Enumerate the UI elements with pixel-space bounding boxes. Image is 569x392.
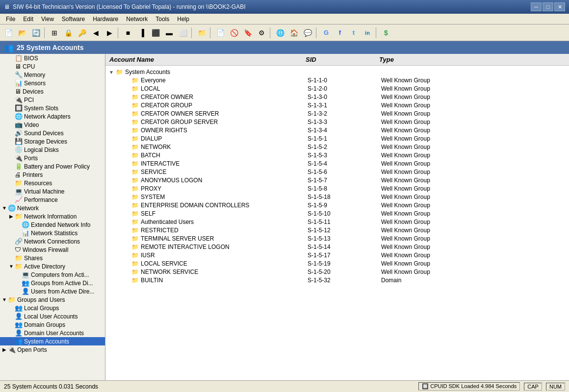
toolbar-arrow-left[interactable]: ◀ — [89, 26, 102, 39]
menu-item-tools[interactable]: Tools — [152, 15, 173, 24]
sidebar-item-groups-from-active[interactable]: 👥 Groups from Active Di... — [0, 279, 105, 287]
sidebar-item-domain-groups[interactable]: 👥 Domain Groups — [0, 320, 105, 329]
account-row[interactable]: 📁 PROXY S-1-5-8 Well Known Group — [107, 185, 567, 193]
account-sid-12: S-1-5-7 — [308, 177, 381, 184]
sidebar-item-bios[interactable]: 📋 BIOS — [0, 54, 105, 62]
sidebar-item-memory[interactable]: 🔧 Memory — [0, 71, 105, 79]
toolbar-c3[interactable]: 🔖 — [241, 26, 254, 39]
sidebar-item-system-accounts[interactable]: 👥 System Accounts — [0, 337, 105, 345]
sidebar-item-performance[interactable]: 📈 Performance — [0, 196, 105, 204]
account-row[interactable]: 📁 SERVICE S-1-5-6 Well Known Group — [107, 168, 567, 176]
account-row[interactable]: 📁 LOCAL S-1-2-0 Well Known Group — [107, 85, 567, 93]
account-row[interactable]: 📁 DIALUP S-1-5-1 Well Known Group — [107, 135, 567, 143]
sidebar-item-sensors[interactable]: 📊 Sensors — [0, 79, 105, 87]
sidebar-item-network[interactable]: ▼ 🌐 Network — [0, 204, 105, 212]
account-row[interactable]: 📁 CREATOR OWNER S-1-3-0 Well Known Group — [107, 93, 567, 101]
content-root-node[interactable]: ▼ 📁 System Accounts — [107, 68, 567, 76]
toolbar-open[interactable]: 📂 — [16, 26, 28, 39]
toolbar-f[interactable]: f — [334, 26, 346, 39]
account-row[interactable]: 📁 ENTERPRISE DOMAIN CONTROLLERS S-1-5-9 … — [107, 201, 567, 209]
account-row[interactable]: 📁 RESTRICTED S-1-5-12 Well Known Group — [107, 226, 567, 234]
account-row[interactable]: 📁 CREATOR GROUP SERVER S-1-3-3 Well Know… — [107, 118, 567, 126]
toolbar-d2[interactable]: 🏠 — [287, 26, 300, 39]
toolbar-in[interactable]: in — [361, 26, 374, 39]
toolbar-b3[interactable]: ⬛ — [149, 26, 162, 39]
sidebar-item-cpu[interactable]: 🖥 CPU — [0, 62, 105, 71]
sidebar-item-active-directory[interactable]: ▼ 📁 Active Directory — [0, 262, 105, 270]
toolbar-lock[interactable]: 🔒 — [62, 26, 75, 39]
toolbar-d3[interactable]: 💬 — [301, 26, 314, 39]
toolbar-c1[interactable]: 📄 — [214, 26, 227, 39]
sidebar-item-battery[interactable]: 🔋 Battery and Power Policy — [0, 162, 105, 171]
account-row[interactable]: 📁 Everyone S-1-1-0 Well Known Group — [107, 76, 567, 84]
account-row[interactable]: 📁 NETWORK SERVICE S-1-5-20 Well Known Gr… — [107, 268, 567, 276]
sidebar-item-virtual-machine[interactable]: 💻 Virtual Machine — [0, 187, 105, 196]
sidebar-item-printers[interactable]: 🖨 Printers — [0, 171, 105, 179]
toolbar-b5[interactable]: ⬜ — [177, 26, 189, 39]
account-row[interactable]: 📁 LOCAL SERVICE S-1-5-19 Well Known Grou… — [107, 260, 567, 268]
account-row[interactable]: 📁 IUSR S-1-5-17 Well Known Group — [107, 251, 567, 259]
account-row[interactable]: 📁 SELF S-1-5-10 Well Known Group — [107, 210, 567, 218]
sidebar-item-domain-user-accounts[interactable]: 👤 Domain User Accounts — [0, 329, 105, 337]
menu-item-help[interactable]: Help — [173, 15, 193, 24]
sidebar-item-sound-devices[interactable]: 🔊 Sound Devices — [0, 129, 105, 137]
toolbar-d1[interactable]: 🌐 — [274, 26, 286, 39]
sidebar-item-network-adapters[interactable]: 🌐 Network Adapters — [0, 112, 105, 121]
toolbar-c2[interactable]: 🚫 — [228, 26, 240, 39]
sidebar-item-network-statistics[interactable]: 📊 Network Statistics — [0, 229, 105, 237]
minimize-button[interactable]: ─ — [531, 2, 542, 11]
toolbar-b2[interactable]: ▐ — [135, 26, 148, 39]
sidebar-item-resources[interactable]: 📁 Resources — [0, 179, 105, 187]
toolbar-dollar[interactable]: $ — [380, 26, 392, 39]
toolbar-arrow-right[interactable]: ▶ — [103, 26, 116, 39]
account-row[interactable]: 📁 Authenticated Users S-1-5-11 Well Know… — [107, 218, 567, 226]
menu-item-software[interactable]: Software — [58, 15, 89, 24]
sidebar-item-network-connections[interactable]: 🔗 Network Connections — [0, 237, 105, 245]
toolbar-t[interactable]: t — [347, 26, 360, 39]
menu-item-view[interactable]: View — [37, 15, 58, 24]
account-row[interactable]: 📁 OWNER RIGHTS S-1-3-4 Well Known Group — [107, 126, 567, 134]
account-row[interactable]: 📁 ANONYMOUS LOGON S-1-5-7 Well Known Gro… — [107, 176, 567, 184]
sidebar-item-windows-firewall[interactable]: 🛡 Windows Firewall — [0, 245, 105, 254]
sidebar-item-storage-devices[interactable]: 💾 Storage Devices — [0, 137, 105, 146]
sidebar-item-open-ports[interactable]: ▶ 🔌 Open Ports — [0, 345, 105, 354]
menu-item-file[interactable]: File — [2, 15, 19, 24]
account-row[interactable]: 📁 BUILTIN S-1-5-32 Domain — [107, 276, 567, 284]
maximize-button[interactable]: □ — [543, 2, 553, 11]
sidebar-item-shares[interactable]: 📁 Shares — [0, 254, 105, 262]
menu-item-network[interactable]: Network — [122, 15, 152, 24]
toolbar-grid[interactable]: ⊞ — [48, 26, 61, 39]
toolbar-refresh[interactable]: 🔄 — [29, 26, 42, 39]
sidebar-item-network-information[interactable]: ▶ 📁 Network Information — [0, 212, 105, 220]
toolbar-folder[interactable]: 📁 — [195, 26, 208, 39]
sidebar-item-logical-disks[interactable]: 💿 Logical Disks — [0, 146, 105, 154]
toolbar-new[interactable]: 📄 — [2, 26, 15, 39]
account-row[interactable]: 📁 INTERACTIVE S-1-5-4 Well Known Group — [107, 160, 567, 168]
account-row[interactable]: 📁 BATCH S-1-5-3 Well Known Group — [107, 151, 567, 159]
account-row[interactable]: 📁 SYSTEM S-1-5-18 Well Known Group — [107, 193, 567, 201]
toolbar-g[interactable]: G — [320, 26, 333, 39]
sidebar-item-users-from-active[interactable]: 👤 Users from Active Dire... — [0, 287, 105, 295]
toolbar-b1[interactable]: ■ — [122, 26, 134, 39]
account-row[interactable]: 📁 REMOTE INTERACTIVE LOGON S-1-5-14 Well… — [107, 243, 567, 251]
menu-item-edit[interactable]: Edit — [19, 15, 37, 24]
toolbar-key[interactable]: 🔑 — [76, 26, 88, 39]
sidebar-item-groups-users[interactable]: ▼ 📁 Groups and Users — [0, 295, 105, 304]
sidebar-item-devices[interactable]: 🖥 Devices — [0, 87, 105, 96]
sidebar-item-pci[interactable]: 🔌 PCI — [0, 96, 105, 104]
close-button[interactable]: ✕ — [554, 2, 565, 11]
sidebar-item-extended-network-info[interactable]: 🌐 Extended Network Info — [0, 220, 105, 229]
sidebar-item-video[interactable]: 📺 Video — [0, 121, 105, 129]
sidebar-item-system-slots[interactable]: 🔲 System Slots — [0, 104, 105, 112]
account-row[interactable]: 📁 CREATOR GROUP S-1-3-1 Well Known Group — [107, 101, 567, 109]
sidebar-item-local-user-accounts[interactable]: 👤 Local User Accounts — [0, 312, 105, 320]
account-row[interactable]: 📁 NETWORK S-1-5-2 Well Known Group — [107, 143, 567, 151]
toolbar-b4[interactable]: ▬ — [163, 26, 176, 39]
account-row[interactable]: 📁 CREATOR OWNER SERVER S-1-3-2 Well Know… — [107, 110, 567, 118]
menu-item-hardware[interactable]: Hardware — [89, 15, 122, 24]
sidebar-item-ports[interactable]: 🔌 Ports — [0, 154, 105, 162]
toolbar-c4[interactable]: ⚙ — [255, 26, 268, 39]
sidebar-item-computers-from-active[interactable]: 💻 Computers from Acti... — [0, 270, 105, 279]
sidebar-item-local-groups[interactable]: 👥 Local Groups — [0, 304, 105, 312]
account-row[interactable]: 📁 TERMINAL SERVER USER S-1-5-13 Well Kno… — [107, 235, 567, 243]
